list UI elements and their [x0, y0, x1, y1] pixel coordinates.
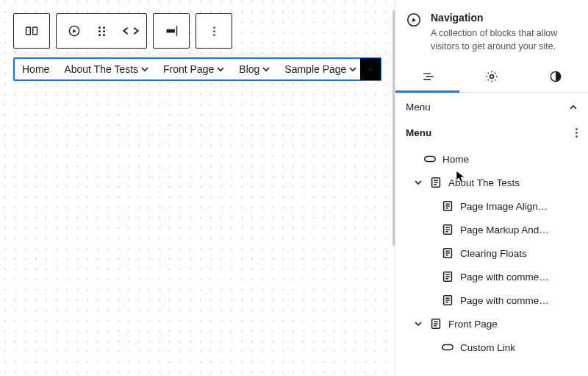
- tree-item[interactable]: Clearing Floats: [400, 241, 584, 265]
- nav-item-blog[interactable]: Blog: [232, 59, 277, 79]
- editor-canvas: Home About The Tests Front Page Blog Sam…: [0, 0, 395, 376]
- chevron-left-right-icon: [121, 26, 140, 36]
- page-icon: [441, 294, 454, 307]
- page-icon: [441, 246, 454, 260]
- block-title: Navigation: [431, 12, 578, 24]
- tree-item[interactable]: Page with comme…: [400, 265, 584, 288]
- block-description: A collection of blocks that allow visito…: [431, 26, 578, 53]
- navigation-tree: HomeAbout The TestsPage Image Align…Page…: [395, 144, 588, 363]
- tab-settings[interactable]: [459, 60, 523, 92]
- chevron-down-icon[interactable]: [413, 319, 423, 328]
- svg-point-2: [490, 74, 493, 78]
- list-view-icon: [420, 69, 435, 84]
- chevron-down-icon: [141, 65, 148, 73]
- block-toolbar: [13, 13, 381, 49]
- tree-item[interactable]: Page Image Align…: [400, 194, 584, 218]
- nav-item-about[interactable]: About The Tests: [57, 59, 156, 79]
- tree-item[interactable]: About The Tests: [400, 171, 584, 194]
- toolbar-group-transform: [56, 13, 147, 49]
- settings-sidebar: Navigation A collection of blocks that a…: [395, 0, 588, 376]
- menu-section-header[interactable]: Menu: [395, 93, 588, 121]
- tree-item-label: Clearing Floats: [460, 248, 527, 259]
- tab-styles[interactable]: [524, 60, 588, 92]
- add-block-button[interactable]: [360, 58, 381, 80]
- drag-handle-button[interactable]: [92, 14, 115, 48]
- tree-item-label: Page Image Align…: [460, 201, 548, 212]
- sidebar-header: Navigation A collection of blocks that a…: [395, 0, 588, 60]
- mouse-cursor-icon: [456, 170, 466, 183]
- page-icon: [441, 270, 454, 283]
- navigation-block[interactable]: Home About The Tests Front Page Blog Sam…: [13, 57, 381, 81]
- menu-name-label: Menu: [406, 127, 431, 138]
- page-icon: [429, 317, 442, 330]
- nav-item-label: Front Page: [163, 63, 214, 75]
- tree-item[interactable]: Home: [400, 147, 584, 171]
- justify-items-button[interactable]: [154, 14, 189, 48]
- more-vertical-icon: [213, 26, 215, 36]
- plus-icon: [365, 63, 376, 75]
- tree-item-label: Page Markup And…: [460, 224, 549, 235]
- toolbar-group-block: [13, 13, 50, 49]
- tree-item[interactable]: Custom Link: [400, 336, 584, 359]
- chevron-down-icon: [349, 65, 356, 73]
- change-block-type-button[interactable]: [57, 14, 92, 48]
- tree-item-label: Custom Link: [460, 342, 515, 353]
- toolbar-group-justify: [153, 13, 190, 49]
- chevron-up-icon: [569, 103, 578, 112]
- nav-item-label: Blog: [239, 63, 259, 75]
- gear-icon: [484, 69, 499, 84]
- tree-item[interactable]: Page Markup And…: [400, 218, 584, 241]
- menu-name-row: Menu: [395, 121, 588, 144]
- more-options-button[interactable]: [196, 14, 232, 48]
- compass-icon: [406, 12, 422, 28]
- custom-link-icon: [441, 341, 454, 354]
- tree-item-label: Home: [442, 154, 469, 165]
- drag-handle-icon: [98, 26, 109, 36]
- chevron-down-icon[interactable]: [413, 178, 423, 187]
- nav-item-label: Home: [22, 63, 49, 75]
- chevron-down-icon: [217, 65, 224, 73]
- tree-item-label: Front Page: [448, 319, 498, 330]
- menu-actions-button[interactable]: [576, 128, 578, 138]
- tree-item-label: Page with comme…: [460, 295, 549, 306]
- page-icon: [441, 223, 454, 236]
- move-buttons[interactable]: [115, 14, 146, 48]
- nav-item-home[interactable]: Home: [15, 59, 57, 79]
- toolbar-group-more: [196, 13, 232, 49]
- chevron-down-icon: [262, 65, 270, 73]
- page-icon: [441, 199, 454, 213]
- tree-item[interactable]: Front Page: [400, 312, 584, 336]
- sidebar-tabs: [395, 60, 588, 93]
- more-vertical-icon: [576, 128, 578, 138]
- nav-item-label: About The Tests: [64, 63, 138, 75]
- section-label: Menu: [406, 102, 431, 113]
- custom-link-icon: [423, 152, 437, 166]
- tab-list-view[interactable]: [395, 60, 459, 92]
- tree-item-label: Page with comme…: [460, 272, 549, 283]
- nav-item-sample[interactable]: Sample Page: [277, 59, 364, 79]
- navigation-block-icon: [24, 24, 39, 38]
- styles-icon: [548, 69, 563, 84]
- compass-icon: [67, 24, 82, 38]
- navigation-block-icon-button[interactable]: [14, 14, 49, 48]
- nav-item-front-page[interactable]: Front Page: [156, 59, 232, 79]
- justify-right-icon: [164, 24, 179, 38]
- tree-item[interactable]: Page with comme…: [400, 288, 584, 312]
- nav-item-label: Sample Page: [284, 63, 346, 75]
- page-icon: [429, 176, 442, 189]
